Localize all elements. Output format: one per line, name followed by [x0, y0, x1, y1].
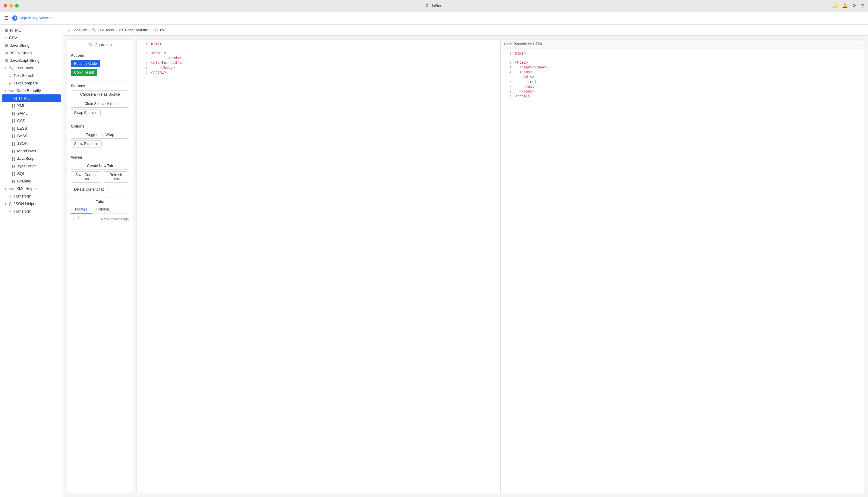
content-area: ⊞ HTML ≡ CSV ⊞ Java String ⊞ JSON String…: [0, 25, 868, 497]
code-line: 8 </body>: [501, 89, 864, 94]
sidebar-item-javascript-string[interactable]: ⊞ JavaScript String: [0, 57, 63, 64]
sidebar-group-json-helper[interactable]: ▾ {} JSON Helper: [0, 200, 63, 208]
tab-item-time: a few seconds ago: [101, 217, 129, 221]
sidebar-item-html-beautify[interactable]: [·] HTML: [2, 95, 61, 102]
code-line: 1 html>: [501, 51, 864, 60]
sidebar-item-css[interactable]: [·] CSS: [0, 117, 63, 125]
sidebar-group-xml-helper[interactable]: ▾ </> XML Helper: [0, 185, 63, 193]
sources-title: Sources: [71, 84, 129, 88]
sidebar-item-transform[interactable]: ⇄ Transform: [0, 193, 63, 200]
config-header: Configuration: [67, 40, 133, 51]
app-layout: ☰ U Sign in My Account ⊞ HTML ≡ CSV ⊞ Ja…: [0, 12, 868, 497]
xml-icon: </>: [9, 187, 14, 191]
breadcrumb-code-beautify[interactable]: </> Code Beautify: [119, 28, 148, 32]
user-account[interactable]: U Sign in My Account: [12, 15, 53, 21]
clear-source-button[interactable]: Clear Source Value: [71, 100, 129, 108]
refresh-tabs-button[interactable]: Refresh Tabs: [104, 171, 128, 183]
choose-file-button[interactable]: Choose a File as Source: [71, 90, 129, 98]
tools-icon: 🔧: [9, 66, 14, 70]
minimize-button[interactable]: [9, 4, 13, 8]
source-code-panel: 1 html> 2 <html > 3 <body>: [136, 40, 500, 493]
sidebar-item-transform2[interactable]: ⇄ Transform: [0, 208, 63, 215]
delete-current-tab-button[interactable]: Delete Current Tab: [71, 186, 108, 193]
bracket-icon: [·]: [12, 134, 15, 138]
result-panel-icon: ⊞: [857, 42, 860, 46]
viewer-section: Viewer Create New Tab Save Current Tab R…: [67, 152, 133, 198]
options-title: Options: [71, 124, 129, 128]
tab-history[interactable]: History(0): [92, 206, 115, 214]
code-icon: </>: [119, 28, 124, 32]
sidebar-item-yaml[interactable]: [·] YAML: [0, 110, 63, 117]
doc-icon: ⊞: [5, 28, 8, 32]
tab-today[interactable]: Today(1): [71, 206, 92, 214]
tabs-section: Tabs Today(1) History(0) tab-1 a few sec…: [67, 198, 133, 225]
copy-result-button[interactable]: Copy Result: [71, 69, 97, 76]
tool-content: Configuration Actions Beautify Code Copy…: [63, 36, 868, 497]
toggle-line-wrap-button[interactable]: Toggle Line Wrap: [71, 131, 129, 139]
notifications-icon[interactable]: 🔔: [842, 3, 848, 9]
sidebar-item-java-string[interactable]: ⊞ Java String: [0, 42, 63, 49]
create-new-tab-button[interactable]: Create New Tab: [71, 162, 129, 170]
sidebar-item-json-string[interactable]: ⊞ JSON String: [0, 49, 63, 57]
sign-in-label: Sign in My Account: [19, 16, 53, 20]
sidebar-item-javascript[interactable]: [·] JavaScript: [0, 155, 63, 162]
sidebar-item-text-search[interactable]: ⊙ Text Search: [0, 72, 63, 79]
sidebar-item-csv[interactable]: ≡ CSV: [0, 34, 63, 42]
code-line: 3 <body>: [136, 56, 500, 61]
sidebar-item-sql[interactable]: [·] SQL: [0, 170, 63, 177]
breadcrumb-sep: ›: [149, 28, 151, 32]
code-line: 2 <html >: [136, 51, 500, 56]
code-line: 2 <html>: [501, 60, 864, 65]
dark-mode-icon[interactable]: 🌙: [832, 3, 838, 9]
source-code-body[interactable]: 1 html> 2 <html > 3 <body>: [136, 40, 500, 493]
sidebar-item-text-compare[interactable]: ⊞ Text Compare: [0, 79, 63, 87]
beautify-code-button[interactable]: Beautify Code: [71, 60, 100, 67]
breadcrumb-codegen[interactable]: ⊞ CodeGen: [68, 28, 87, 32]
code-line: 6 test: [501, 80, 864, 84]
breadcrumb-sep: ›: [116, 28, 117, 32]
sidebar-item-typescript[interactable]: [·] TypeScript: [0, 162, 63, 170]
viewer-title: Viewer: [71, 155, 129, 159]
grid-icon: ⊞: [68, 28, 71, 32]
options-section: Options Toggle Line Wrap Show Example: [67, 121, 133, 152]
sidebar-item-less[interactable]: [·] LESS: [0, 125, 63, 132]
json-icon: {}: [9, 202, 12, 206]
sidebar-group-text-tools[interactable]: ▾ 🔧 Text Tools: [0, 64, 63, 72]
hamburger-icon[interactable]: ☰: [4, 15, 9, 21]
sidebar-item-sass[interactable]: [·] SASS: [0, 132, 63, 140]
code-line: 4 <div>test</div>: [136, 61, 500, 66]
code-line: 7 </div>: [501, 84, 864, 89]
bracket-icon: [·]: [152, 28, 156, 32]
settings-icon[interactable]: ⚙: [852, 3, 856, 9]
tab-bar: Today(1) History(0): [71, 206, 129, 214]
sidebar-item-json[interactable]: [·] JSON: [0, 140, 63, 147]
traffic-lights: [4, 4, 19, 8]
result-panel-title: Code Beautify for HTML: [504, 42, 543, 46]
maximize-button[interactable]: [15, 4, 19, 8]
show-example-button[interactable]: Show Example: [71, 140, 102, 147]
window-title: CodeGen: [426, 3, 442, 8]
sidebar-item-xml[interactable]: [·] XML: [0, 102, 63, 110]
bracket-icon: [·]: [12, 119, 15, 123]
layout-icon[interactable]: ⊡: [860, 3, 864, 9]
swap-sources-button[interactable]: Swap Sources: [71, 109, 101, 116]
tools-icon: 🔧: [92, 28, 97, 32]
sidebar-group-code-beautify[interactable]: ▾ </> Code Beautify: [0, 87, 63, 95]
sidebar-item-graphql[interactable]: [·] Graphql: [0, 177, 63, 185]
result-code-panel: Code Beautify for HTML ⊞ 1 html> 2 <html…: [500, 40, 864, 493]
tabs-title: Tabs: [71, 200, 129, 204]
doc-icon: ⊞: [5, 58, 8, 63]
code-line: 1 html>: [136, 42, 500, 51]
code-icon: </>: [9, 89, 14, 93]
code-line: 5 </body>: [136, 66, 500, 70]
doc-icon: ⊞: [5, 51, 8, 55]
tab-item-name[interactable]: tab-1: [71, 217, 79, 221]
sidebar-item-html[interactable]: ⊞ HTML: [0, 27, 63, 34]
breadcrumb-text-tools[interactable]: 🔧 Text Tools: [92, 28, 114, 32]
close-button[interactable]: [4, 4, 7, 8]
bracket-icon: [·]: [12, 157, 15, 161]
bracket-icon: [·]: [14, 96, 17, 100]
result-code-body[interactable]: 1 html> 2 <html> 3 <head></head>: [501, 49, 864, 493]
save-current-tab-button[interactable]: Save Current Tab: [71, 171, 101, 183]
sidebar-item-markdown[interactable]: [·] MarkDown: [0, 147, 63, 155]
